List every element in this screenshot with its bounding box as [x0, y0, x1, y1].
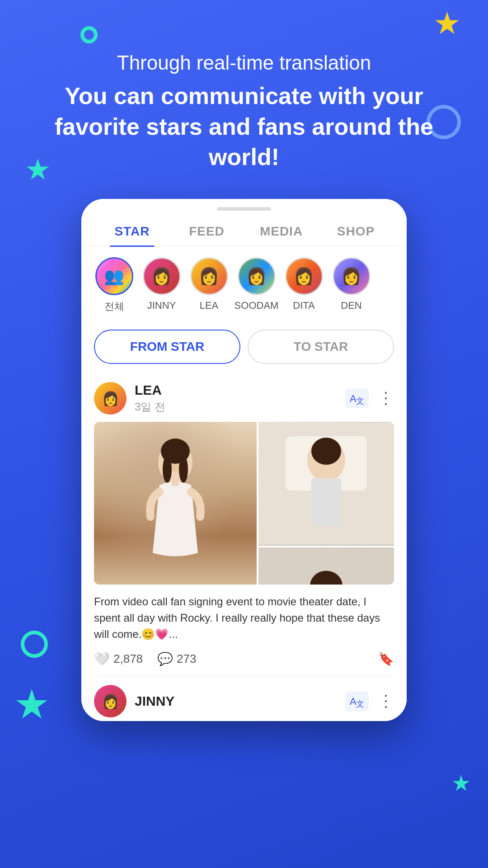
svg-text:文: 文 [356, 396, 364, 405]
post-1-caption: From video call fan signing event to mov… [94, 594, 394, 642]
avatar-all-img: 👥 [95, 257, 133, 295]
tab-shop[interactable]: SHOP [319, 214, 393, 246]
post-2: 👩 JINNY A 文 ⋮ [81, 676, 407, 721]
avatar-lea-img: 👩 [190, 257, 228, 295]
header-text-block: Through real-time translation You can co… [0, 50, 488, 173]
avatar-dita-label: DITA [293, 300, 314, 311]
deco-star-teal-3: ★ [451, 770, 471, 796]
phone-mockup: STAR FEED MEDIA SHOP 👥 전체 👩 JINNY [81, 199, 407, 721]
photo-main-image [94, 422, 257, 585]
deco-star-yellow: ★ [433, 5, 461, 41]
handle-bar [217, 207, 271, 211]
avatar-jinny[interactable]: 👩 JINNY [138, 257, 185, 313]
svg-point-6 [179, 456, 188, 483]
comment-icon: 💬 [157, 651, 173, 666]
svg-text:A: A [350, 393, 357, 404]
header-subtitle: Through real-time translation [27, 50, 461, 75]
like-count: 2,878 [113, 652, 143, 666]
post-1-photos: +2 [94, 422, 394, 585]
phone-handle [81, 199, 407, 214]
post-1-avatar: 👩 [94, 382, 127, 415]
post-2-avatar: 👩 [94, 685, 127, 717]
bookmark-icon[interactable]: 🔖 [378, 651, 394, 666]
deco-star-teal-2: ★ [14, 680, 50, 728]
deco-circle-1 [80, 26, 98, 43]
background: ★ ★ ★ ★ Through real-time translation Yo… [0, 0, 488, 868]
avatar-lea[interactable]: 👩 LEA [185, 257, 233, 313]
photo-main [94, 422, 257, 585]
post-2-more-options-icon[interactable]: ⋮ [378, 692, 394, 711]
avatar-soodam-img: 👩 [238, 257, 276, 295]
translate-button[interactable]: A 文 [345, 388, 369, 408]
avatar-den[interactable]: 👩 DEN [328, 257, 375, 313]
avatar-jinny-label: JINNY [147, 300, 176, 311]
comment-item[interactable]: 💬 273 [157, 651, 196, 666]
post-2-author: JINNY [135, 693, 345, 709]
avatar-jinny-img: 👩 [143, 257, 181, 295]
svg-text:A: A [350, 696, 357, 707]
more-options-icon[interactable]: ⋮ [378, 389, 394, 408]
svg-rect-7 [172, 475, 179, 486]
avatar-all-label: 전체 [104, 300, 124, 313]
post-1-meta: LEA 3일 전 [135, 382, 345, 414]
photo-right-bottom: +2 [258, 547, 394, 585]
header-title: You can communicate with your favorite s… [27, 81, 461, 173]
post-1-actions: A 文 ⋮ [345, 388, 394, 408]
avatar-den-label: DEN [341, 300, 361, 311]
post-1-engagement: 🤍 2,878 💬 273 🔖 [94, 651, 394, 676]
post-1: 👩 LEA 3일 전 A 文 ⋮ [81, 373, 407, 676]
post-2-translate-button[interactable]: A 文 [345, 691, 369, 711]
avatar-soodam[interactable]: 👩 SOODAM [233, 257, 280, 313]
from-star-button[interactable]: FROM STAR [94, 330, 240, 364]
post-1-time: 3일 전 [135, 400, 345, 414]
avatar-dita-img: 👩 [285, 257, 323, 295]
like-item[interactable]: 🤍 2,878 [94, 651, 143, 666]
post-2-meta: JINNY [135, 693, 345, 709]
svg-point-11 [311, 438, 341, 465]
photo-right-col: +2 [258, 422, 394, 585]
avatar-den-img: 👩 [333, 257, 371, 295]
avatar-row: 👥 전체 👩 JINNY 👩 LEA [81, 246, 407, 321]
avatar-dita[interactable]: 👩 DITA [280, 257, 328, 313]
tab-media[interactable]: MEDIA [244, 214, 319, 246]
avatar-lea-label: LEA [200, 300, 219, 311]
svg-text:文: 文 [356, 699, 364, 708]
avatar-all[interactable]: 👥 전체 [90, 257, 138, 313]
post-1-author: LEA [135, 382, 345, 398]
toggle-row: FROM STAR TO STAR [81, 321, 407, 373]
to-star-button[interactable]: TO STAR [248, 330, 394, 364]
heart-icon: 🤍 [94, 651, 110, 666]
deco-circle-teal [21, 631, 48, 658]
tab-bar: STAR FEED MEDIA SHOP [81, 214, 407, 246]
post-1-header: 👩 LEA 3일 전 A 文 ⋮ [94, 373, 394, 422]
tab-star[interactable]: STAR [95, 214, 169, 246]
comment-count: 273 [177, 652, 196, 666]
svg-point-5 [163, 456, 172, 483]
tab-feed[interactable]: FEED [169, 214, 244, 246]
post-2-header: 👩 JINNY A 文 ⋮ [94, 676, 394, 721]
avatar-soodam-label: SOODAM [235, 300, 279, 311]
svg-rect-12 [311, 478, 341, 526]
post-2-actions: A 文 ⋮ [345, 691, 394, 711]
photo-right-top [258, 422, 394, 546]
